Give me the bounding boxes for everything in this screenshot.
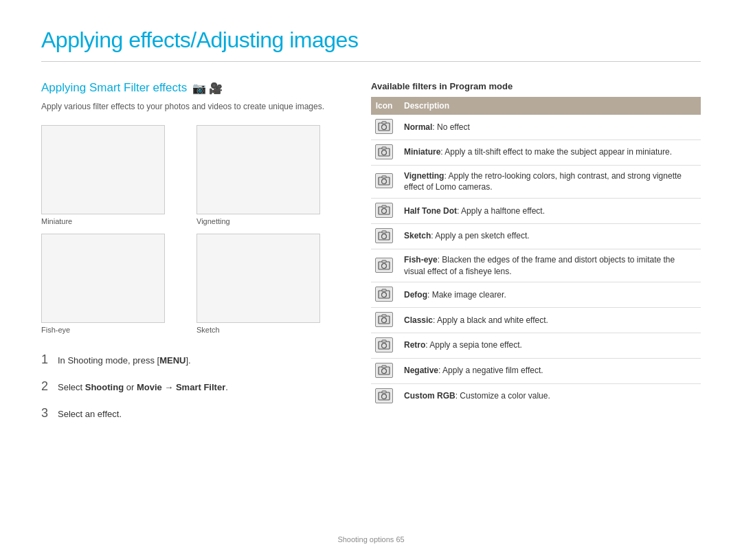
svg-rect-23 — [382, 315, 386, 317]
step-1-num: 1 — [41, 350, 52, 369]
filter-desc-cell: Retro: Apply a sepia tone effect. — [397, 333, 701, 358]
image-label-vignetting: Vignetting — [196, 217, 344, 225]
filter-icon-cell — [371, 199, 397, 224]
svg-rect-29 — [382, 366, 386, 368]
filter-icon — [375, 258, 393, 273]
filter-icon-cell — [371, 308, 397, 333]
filter-icon — [375, 337, 393, 352]
table-row: Sketch: Apply a pen sketch effect. — [371, 223, 701, 249]
image-cell-sketch: Sketch — [196, 234, 344, 334]
page: Applying effects/Adjusting images Applyi… — [0, 0, 742, 560]
filter-desc-cell: Defog: Make image clearer. — [397, 282, 701, 308]
filter-icon-cell — [371, 223, 397, 249]
filter-table: Icon Description Normal: No effect Minia… — [371, 97, 701, 408]
table-row: Custom RGB: Customize a color value. — [371, 383, 701, 408]
video-icon: 🎥 — [209, 82, 223, 95]
filter-icon — [375, 203, 393, 218]
right-column: Available filters in Program mode Icon D… — [371, 81, 701, 431]
filter-desc-cell: Fish-eye: Blacken the edges of the frame… — [397, 249, 701, 282]
table-row: Fish-eye: Blacken the edges of the frame… — [371, 249, 701, 282]
filter-desc-cell: Half Tone Dot: Apply a halftone effect. — [397, 199, 701, 224]
step-2-text: Select Shooting or Movie → Smart Filter. — [58, 381, 228, 394]
filter-desc-cell: Miniature: Apply a tilt-shift effect to … — [397, 139, 701, 165]
section-icons: 📷 🎥 — [192, 82, 223, 95]
filter-icon — [375, 388, 393, 403]
svg-rect-14 — [382, 231, 386, 233]
step-1: 1 In Shooting mode, press [MENU]. — [41, 350, 344, 369]
image-cell-miniature: Miniature — [41, 125, 188, 225]
table-row: Classic: Apply a black and white effect. — [371, 308, 701, 333]
footer-text: Shooting options 65 — [0, 535, 742, 544]
image-label-sketch: Sketch — [196, 326, 344, 334]
table-title: Available filters in Program mode — [371, 81, 701, 91]
table-row: Retro: Apply a sepia tone effect. — [371, 333, 701, 358]
filter-icon-cell — [371, 165, 397, 199]
image-box-fisheye — [41, 234, 165, 323]
step-3-text: Select an effect. — [58, 407, 122, 421]
step-2-num: 2 — [41, 377, 52, 396]
filter-icon — [375, 228, 393, 243]
step-1-text: In Shooting mode, press [MENU]. — [58, 354, 191, 368]
section-subtitle: Apply various filter effects to your pho… — [41, 100, 344, 113]
table-row: Miniature: Apply a tilt-shift effect to … — [371, 139, 701, 165]
filter-icon — [375, 119, 393, 134]
svg-rect-32 — [382, 391, 386, 393]
camera-icon: 📷 — [192, 82, 206, 95]
svg-rect-26 — [382, 340, 386, 342]
filter-icon-cell — [371, 282, 397, 308]
image-label-miniature: Miniature — [41, 217, 188, 225]
image-grid: Miniature Vignetting Fish-eye Sketch — [41, 125, 344, 334]
filter-desc-cell: Classic: Apply a black and white effect. — [397, 308, 701, 333]
col-header-description: Description — [397, 97, 701, 115]
filter-icon-cell — [371, 333, 397, 358]
svg-rect-8 — [382, 176, 386, 178]
filter-desc-cell: Negative: Apply a negative film effect. — [397, 358, 701, 383]
svg-rect-20 — [382, 289, 386, 291]
filter-icon — [375, 173, 393, 188]
filter-icon — [375, 144, 393, 159]
table-header-row: Icon Description — [371, 97, 701, 115]
filter-icon — [375, 287, 393, 302]
table-row: Half Tone Dot: Apply a halftone effect. — [371, 199, 701, 224]
table-row: Vignetting: Apply the retro-looking colo… — [371, 165, 701, 199]
section-title-text: Applying Smart Filter effects — [41, 81, 187, 95]
svg-rect-2 — [382, 122, 386, 124]
steps: 1 In Shooting mode, press [MENU]. 2 Sele… — [41, 350, 344, 423]
filter-icon — [375, 363, 393, 378]
filter-icon-cell — [371, 115, 397, 139]
table-row: Defog: Make image clearer. — [371, 282, 701, 308]
filter-icon-cell — [371, 358, 397, 383]
filter-desc-cell: Vignetting: Apply the retro-looking colo… — [397, 165, 701, 199]
section-title: Applying Smart Filter effects 📷 🎥 — [41, 81, 344, 95]
svg-rect-5 — [382, 147, 386, 149]
step-3: 3 Select an effect. — [41, 404, 344, 423]
image-cell-vignetting: Vignetting — [196, 125, 344, 225]
image-box-vignetting — [196, 125, 320, 214]
filter-desc-cell: Sketch: Apply a pen sketch effect. — [397, 223, 701, 249]
left-column: Applying Smart Filter effects 📷 🎥 Apply … — [41, 81, 344, 431]
table-row: Normal: No effect — [371, 115, 701, 139]
content-area: Applying Smart Filter effects 📷 🎥 Apply … — [41, 81, 701, 431]
filter-icon-cell — [371, 139, 397, 165]
col-header-icon: Icon — [371, 97, 397, 115]
step-3-num: 3 — [41, 404, 52, 423]
image-box-miniature — [41, 125, 165, 214]
image-cell-fisheye: Fish-eye — [41, 234, 188, 334]
page-title: Applying effects/Adjusting images — [41, 27, 701, 62]
filter-icon — [375, 312, 393, 327]
image-box-sketch — [196, 234, 320, 323]
svg-rect-11 — [382, 205, 386, 208]
filter-desc-cell: Custom RGB: Customize a color value. — [397, 383, 701, 408]
table-row: Negative: Apply a negative film effect. — [371, 358, 701, 383]
filter-icon-cell — [371, 249, 397, 282]
step-2: 2 Select Shooting or Movie → Smart Filte… — [41, 377, 344, 396]
svg-rect-17 — [382, 260, 386, 262]
filter-icon-cell — [371, 383, 397, 408]
filter-desc-cell: Normal: No effect — [397, 115, 701, 139]
image-label-fisheye: Fish-eye — [41, 326, 188, 334]
